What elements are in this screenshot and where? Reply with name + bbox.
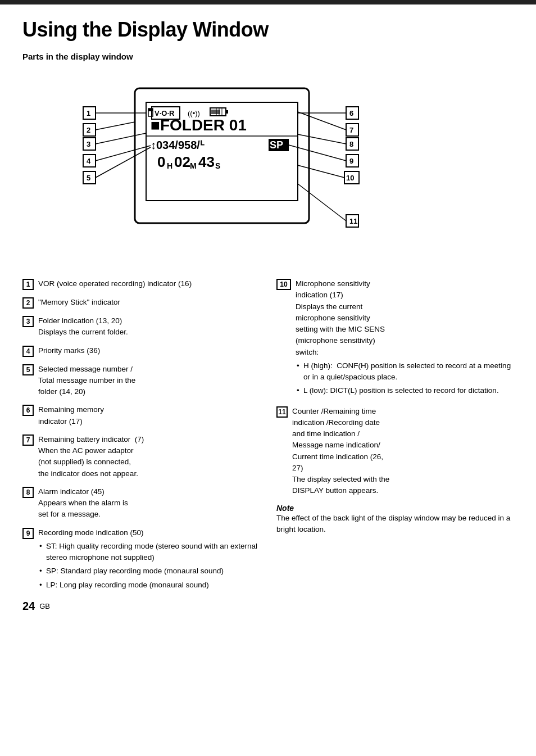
- svg-text:10: 10: [346, 174, 354, 182]
- svg-text:((•)): ((•)): [188, 109, 200, 117]
- note-section: Note The effect of the back light of the…: [276, 504, 514, 536]
- svg-rect-30: [83, 138, 96, 150]
- mic-sensitivity-list: H (high): CONF(H) position is selected t…: [296, 360, 514, 397]
- svg-text:■FOLDER 01: ■FOLDER 01: [151, 116, 247, 134]
- mic-high: H (high): CONF(H) position is selected t…: [296, 360, 514, 383]
- svg-rect-39: [346, 107, 358, 119]
- desc-text-7: Remaining battery indicator (7)When the …: [38, 434, 144, 479]
- recording-mode-st: ST: High quality recording mode (stereo …: [38, 541, 260, 564]
- svg-text:9: 9: [349, 157, 353, 165]
- svg-text:3: 3: [87, 140, 90, 148]
- desc-item-7: 7 Remaining battery indicator (7)When th…: [22, 434, 260, 479]
- svg-rect-7: [210, 108, 226, 116]
- svg-text:7: 7: [349, 126, 353, 134]
- svg-rect-36: [83, 171, 96, 184]
- recording-mode-sp: SP: Standard play recording mode (monaur…: [38, 565, 260, 577]
- desc-text-5: Selected message number /Total message n…: [38, 364, 135, 398]
- svg-text:V·O·R: V·O·R: [155, 109, 175, 117]
- label-3: 3: [22, 316, 34, 327]
- svg-rect-24: [83, 107, 96, 119]
- svg-line-29: [96, 122, 135, 130]
- desc-item-11: 11 Counter /Remaining timeindication /Re…: [276, 406, 514, 497]
- desc-item-4: 4 Priority marks (36): [22, 345, 260, 357]
- note-text: The effect of the back light of the disp…: [276, 514, 510, 533]
- page-title: Using the Display Window: [22, 18, 514, 42]
- svg-text:11: 11: [349, 217, 357, 225]
- svg-rect-9: [226, 110, 228, 114]
- page-suffix: GB: [39, 602, 50, 610]
- svg-line-44: [298, 112, 346, 130]
- svg-line-38: [96, 147, 151, 178]
- diagram-svg: V·O·R ((•)) ■FOLDER 01 ↕034/958/ᴸ SP: [22, 71, 514, 262]
- svg-text:2: 2: [87, 126, 90, 134]
- svg-text:0: 0: [157, 153, 165, 170]
- label-8: 8: [22, 487, 34, 498]
- svg-text:02: 02: [174, 153, 190, 170]
- svg-text:4: 4: [87, 157, 91, 165]
- svg-line-32: [96, 133, 146, 144]
- svg-rect-51: [344, 171, 359, 184]
- desc-item-5: 5 Selected message number /Total message…: [22, 364, 260, 398]
- svg-text:M: M: [190, 161, 197, 170]
- svg-rect-48: [346, 155, 358, 167]
- svg-rect-5: [148, 108, 153, 111]
- label-4: 4: [22, 346, 34, 357]
- mic-low: L (low): DICT(L) position is selected to…: [296, 385, 514, 396]
- desc-text-4: Priority marks (36): [38, 345, 100, 356]
- top-bar: [0, 0, 536, 4]
- svg-text:H: H: [167, 161, 172, 170]
- svg-rect-33: [83, 155, 96, 167]
- svg-text:1: 1: [87, 109, 90, 117]
- section-heading: Parts in the display window: [22, 52, 514, 61]
- svg-text:6: 6: [349, 109, 353, 117]
- svg-rect-54: [346, 215, 358, 227]
- label-6: 6: [22, 405, 34, 416]
- svg-rect-16: [269, 139, 289, 151]
- desc-item-6: 6 Remaining memoryindicator (17): [22, 404, 260, 427]
- page-number: 24: [22, 600, 35, 613]
- svg-rect-27: [83, 124, 96, 136]
- desc-item-3: 3 Folder indication (13, 20)Displays the…: [22, 315, 260, 338]
- svg-text:S: S: [215, 161, 220, 170]
- svg-rect-2: [152, 107, 180, 119]
- desc-item-8: 8 Alarm indicator (45)Appears when the a…: [22, 486, 260, 520]
- svg-line-47: [298, 134, 346, 144]
- right-column: 10 Microphone sensitivityindication (17)…: [276, 278, 514, 613]
- note-title: Note: [276, 504, 294, 513]
- svg-text:8: 8: [349, 140, 353, 148]
- left-column: 1 VOR (voice operated recording) indicat…: [22, 278, 260, 613]
- desc-text-8: Alarm indicator (45)Appears when the ala…: [38, 486, 128, 520]
- desc-item-1: 1 VOR (voice operated recording) indicat…: [22, 278, 260, 290]
- diagram-area: V·O·R ((•)) ■FOLDER 01 ↕034/958/ᴸ SP: [22, 71, 514, 262]
- svg-text:↕034/958/ᴸ: ↕034/958/ᴸ: [151, 139, 207, 151]
- desc-item-9: 9 Recording mode indication (50) ST: Hig…: [22, 527, 260, 593]
- svg-rect-45: [346, 138, 358, 150]
- svg-rect-1: [146, 102, 298, 201]
- desc-text-6: Remaining memoryindicator (17): [38, 404, 104, 427]
- desc-text-2: "Memory Stick" indicator: [38, 297, 120, 308]
- recording-mode-lp: LP: Long play recording mode (monaural s…: [38, 580, 260, 591]
- svg-text:43: 43: [198, 153, 215, 170]
- svg-text:5: 5: [87, 174, 90, 182]
- desc-text-3: Folder indication (13, 20)Displays the c…: [38, 315, 128, 338]
- desc-text-10: Microphone sensitivityindication (17) Di…: [296, 278, 514, 399]
- desc-text-1: VOR (voice operated recording) indicator…: [38, 278, 192, 289]
- svg-line-56: [298, 184, 346, 221]
- label-10: 10: [276, 279, 291, 290]
- label-9: 9: [22, 528, 34, 539]
- desc-columns: 1 VOR (voice operated recording) indicat…: [22, 278, 514, 613]
- desc-item-2: 2 "Memory Stick" indicator: [22, 297, 260, 309]
- page-number-area: 24GB: [22, 600, 260, 613]
- svg-rect-4: [148, 108, 153, 116]
- label-2: 2: [22, 297, 34, 309]
- label-11: 11: [276, 406, 288, 418]
- label-7: 7: [22, 434, 34, 446]
- svg-text:SP: SP: [270, 139, 283, 151]
- desc-text-11: Counter /Remaining timeindication /Recor…: [292, 406, 389, 497]
- desc-item-10: 10 Microphone sensitivityindication (17)…: [276, 278, 514, 399]
- label-5: 5: [22, 364, 34, 375]
- svg-line-50: [289, 145, 346, 161]
- svg-rect-0: [135, 88, 309, 223]
- svg-line-35: [96, 146, 151, 161]
- recording-mode-list: ST: High quality recording mode (stereo …: [38, 541, 260, 591]
